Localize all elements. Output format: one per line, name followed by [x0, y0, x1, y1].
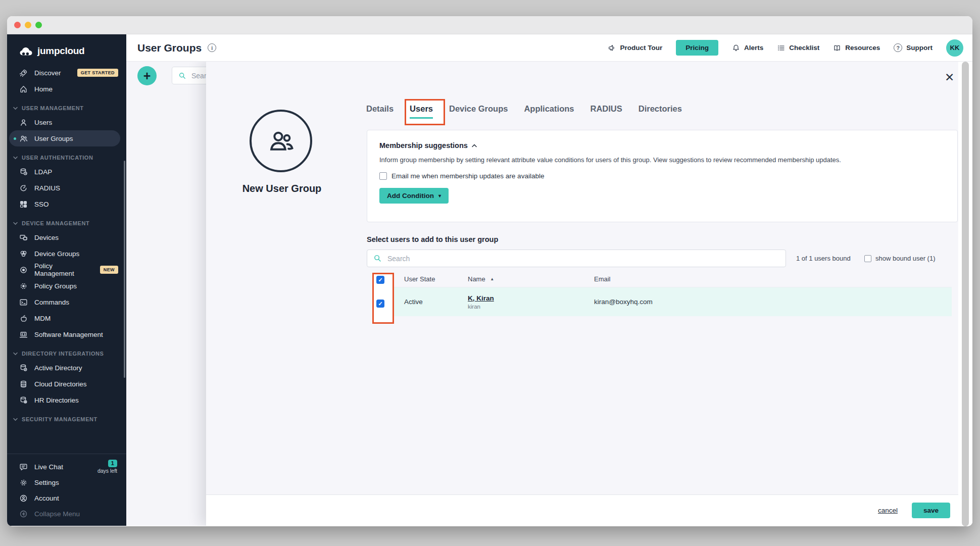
user-name-link[interactable]: K, Kiran	[468, 294, 594, 302]
sidebar-item-settings[interactable]: Settings	[7, 475, 126, 490]
group-name-label: New User Group	[206, 183, 358, 194]
sidebar-scrollbar[interactable]	[124, 161, 125, 378]
sidebar-item-label: Collapse Menu	[34, 510, 80, 518]
product-tour-button[interactable]: Product Tour	[608, 44, 662, 52]
support-label: Support	[906, 44, 933, 52]
sidebar-item-active-directory[interactable]: Active Directory	[7, 360, 126, 376]
checklist-button[interactable]: Checklist	[777, 44, 819, 52]
select-users-heading: Select users to add to this user group	[367, 235, 498, 243]
new-user-group-drawer: ✕ New User Group Details Users Device Gr…	[206, 62, 958, 526]
support-button[interactable]: ? Support	[894, 43, 933, 52]
trial-days-left: 1 days left	[97, 460, 117, 474]
tab-users[interactable]: Users	[410, 104, 433, 119]
tab-device-groups[interactable]: Device Groups	[449, 104, 508, 119]
jumpcloud-logo[interactable]: jumpcloud	[7, 34, 126, 63]
sidebar-item-software-management[interactable]: Software Management	[7, 326, 126, 342]
sidebar-item-users[interactable]: Users	[7, 114, 126, 130]
minimize-window-button[interactable]	[25, 22, 31, 28]
tab-details[interactable]: Details	[366, 104, 394, 119]
sidebar-item-commands[interactable]: Commands	[7, 294, 126, 310]
section-user-management[interactable]: USER MANAGEMENT	[13, 105, 126, 111]
rocket-icon	[19, 69, 28, 77]
column-email[interactable]: Email	[594, 275, 952, 283]
sidebar-item-label: Cloud Directories	[34, 380, 87, 388]
users-bound-summary: 1 of 1 users bound	[796, 250, 851, 267]
group-avatar-circle	[250, 110, 312, 172]
apple-icon	[19, 314, 28, 323]
user-search-input[interactable]: Search	[367, 250, 786, 267]
question-icon: ?	[894, 43, 902, 52]
cancel-button[interactable]: cancel	[878, 507, 898, 514]
tab-directories[interactable]: Directories	[639, 104, 682, 119]
close-icon[interactable]: ✕	[945, 72, 954, 83]
tab-applications[interactable]: Applications	[524, 104, 574, 119]
user-email-cell: kiran@boxyhq.com	[594, 298, 952, 306]
section-user-authentication[interactable]: USER AUTHENTICATION	[13, 155, 126, 161]
email-optin-checkbox[interactable]	[379, 172, 387, 180]
membership-description: Inform group membership by setting relev…	[379, 156, 945, 164]
sidebar-item-discover[interactable]: Discover GET STARTED	[7, 65, 126, 81]
pricing-button[interactable]: Pricing	[676, 40, 718, 56]
zoom-window-button[interactable]	[35, 22, 42, 28]
search-icon	[178, 72, 186, 80]
add-condition-button[interactable]: Add Condition ▾	[379, 188, 449, 204]
sidebar-item-user-groups[interactable]: User Groups	[9, 130, 120, 146]
avatar[interactable]: KK	[946, 39, 963, 57]
chevron-up-icon	[472, 144, 477, 147]
row-checkbox[interactable]: ✓	[376, 300, 384, 308]
home-icon	[19, 85, 28, 93]
alerts-button[interactable]: Alerts	[732, 44, 763, 52]
sidebar-item-radius[interactable]: RADIUS	[7, 180, 126, 196]
resources-button[interactable]: Resources	[833, 44, 880, 52]
add-user-group-button[interactable]: +	[137, 66, 157, 85]
user-state-cell: Active	[404, 298, 468, 306]
table-row[interactable]: Active K, Kiran kiran kiran@boxyhq.com	[372, 287, 952, 316]
sidebar-item-label: Policy Groups	[34, 282, 77, 290]
column-name[interactable]: Name ▲	[468, 275, 594, 283]
username-label: kiran	[468, 304, 594, 310]
show-bound-user-checkbox[interactable]	[864, 255, 871, 262]
sidebar-item-label: Live Chat	[34, 463, 63, 471]
sidebar-item-account[interactable]: Account	[7, 490, 126, 506]
sidebar-item-collapse-menu[interactable]: Collapse Menu	[7, 506, 126, 522]
sidebar-item-hr-directories[interactable]: HR Directories	[7, 392, 126, 408]
sidebar-item-mdm[interactable]: MDM	[7, 310, 126, 326]
section-device-management[interactable]: DEVICE MANAGEMENT	[13, 220, 126, 226]
sidebar-item-label: Device Groups	[34, 250, 79, 258]
membership-suggestions-toggle[interactable]: Membership suggestions	[379, 141, 945, 150]
save-button[interactable]: save	[912, 503, 950, 518]
dropdown-caret-icon: ▾	[438, 193, 441, 198]
devices-icon	[19, 233, 28, 242]
sidebar-item-ldap[interactable]: LDAP	[7, 164, 126, 180]
checklist-label: Checklist	[789, 44, 819, 52]
app-window: jumpcloud Discover GET STARTED Home USER…	[7, 16, 972, 526]
sidebar-item-cloud-directories[interactable]: Cloud Directories	[7, 376, 126, 392]
tab-radius[interactable]: RADIUS	[590, 104, 622, 119]
sidebar-item-label: Users	[34, 119, 52, 126]
section-directory-integrations[interactable]: DIRECTORY INTEGRATIONS	[13, 351, 126, 357]
scrollbar-gutter	[958, 62, 972, 526]
section-security-management[interactable]: SECURITY MANAGEMENT	[13, 416, 126, 422]
close-window-button[interactable]	[14, 22, 21, 28]
sidebar-item-label: Active Directory	[34, 364, 82, 372]
sidebar-item-policy-management[interactable]: Policy Management NEW	[7, 262, 126, 278]
new-badge: NEW	[100, 266, 118, 274]
sidebar-item-policy-groups[interactable]: Policy Groups	[7, 278, 126, 294]
product-tour-label: Product Tour	[620, 44, 662, 52]
column-user-state[interactable]: User State	[404, 275, 468, 283]
sidebar-item-sso[interactable]: SSO	[7, 196, 126, 212]
sidebar-item-label: Discover	[34, 69, 61, 77]
get-started-badge: GET STARTED	[77, 69, 118, 77]
show-bound-user-label: show bound user (1)	[875, 255, 936, 262]
sidebar-item-home[interactable]: Home	[7, 81, 126, 97]
sidebar-item-devices[interactable]: Devices	[7, 229, 126, 245]
sidebar-item-label: MDM	[34, 315, 51, 322]
book-icon	[833, 44, 841, 52]
select-all-checkbox[interactable]: ✓	[376, 276, 384, 284]
sidebar-item-label: Software Management	[34, 331, 103, 338]
info-icon[interactable]: i	[208, 43, 216, 52]
vertical-scrollbar[interactable]	[962, 62, 969, 526]
sidebar-item-live-chat[interactable]: Live Chat 1 days left	[7, 459, 126, 475]
sidebar-item-device-groups[interactable]: Device Groups	[7, 245, 126, 262]
sidebar-item-label: Account	[34, 494, 59, 502]
